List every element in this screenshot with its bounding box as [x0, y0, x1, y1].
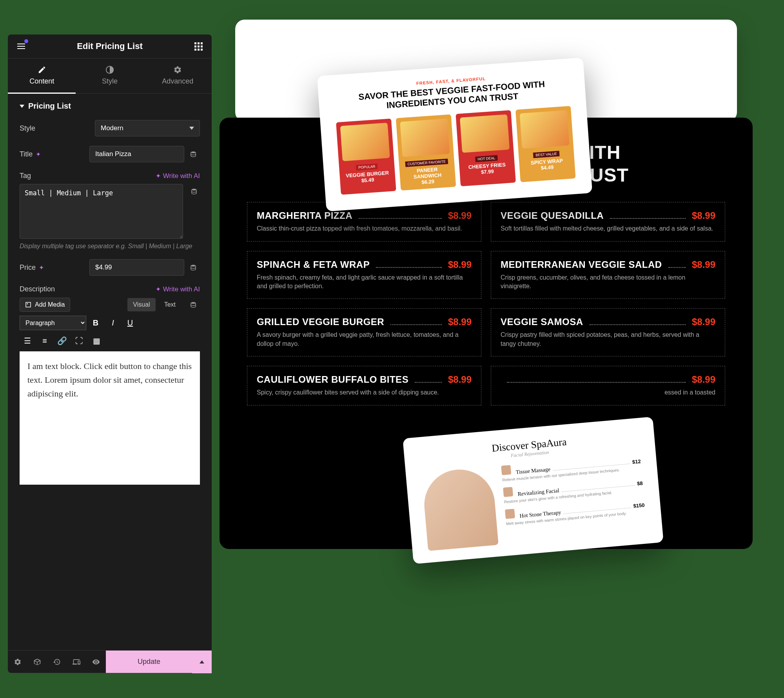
menu-item: SPINACH & FETA WRAP$8.99Fresh spinach, c… — [247, 251, 481, 299]
tab-style[interactable]: Style — [76, 58, 143, 93]
write-with-ai-link[interactable]: ✦Write with AI — [156, 285, 200, 293]
responsive-icon[interactable] — [67, 651, 86, 673]
title-input[interactable] — [89, 146, 184, 162]
write-with-ai-link[interactable]: ✦Write with AI — [156, 172, 200, 180]
update-options-button[interactable] — [192, 651, 212, 673]
price-label: Price✦ — [20, 264, 85, 272]
dynamic-tags-icon[interactable] — [187, 147, 200, 162]
svg-point-3 — [191, 265, 196, 267]
menu-item-desc: Classic thin-crust pizza topped with fre… — [257, 224, 472, 233]
italic-button[interactable]: I — [105, 315, 121, 330]
price-input[interactable] — [89, 259, 184, 276]
menu-item: $8.99essed in a toasted — [491, 366, 725, 405]
history-icon[interactable] — [47, 651, 67, 673]
menu-item: CAULIFLOWER BUFFALO BITES$8.99Spicy, cri… — [247, 366, 481, 405]
bottom-bar: Update — [8, 650, 212, 673]
spa-image — [421, 467, 499, 551]
menu-item-name: MARGHERITA PIZZA — [257, 210, 352, 221]
ai-sparkle-icon[interactable]: ✦ — [36, 151, 41, 158]
dynamic-tags-icon[interactable] — [187, 260, 200, 275]
text-tab[interactable]: Text — [159, 298, 181, 311]
ai-sparkle-icon[interactable]: ✦ — [39, 264, 44, 271]
food-item: HOT DEALCHEESY FRIES$7.99 — [456, 110, 516, 186]
style-label: Style — [20, 124, 90, 133]
panel-title: Edit Pricing List — [77, 41, 142, 51]
bullet-list-button[interactable]: ☰ — [20, 333, 35, 348]
dynamic-tags-icon[interactable] — [188, 184, 200, 199]
contrast-icon — [105, 65, 114, 74]
food-item: CUSTOMER FAVORITEPANEER SANDWICH$6.29 — [396, 114, 456, 190]
bold-button[interactable]: B — [88, 315, 103, 330]
food-item: POPULARVEGGIE BURGER$5.49 — [336, 118, 396, 194]
visual-tab[interactable]: Visual — [127, 298, 155, 311]
settings-icon[interactable] — [8, 651, 27, 673]
editor-tabs: Content Style Advanced — [8, 58, 212, 94]
underline-button[interactable]: U — [122, 315, 138, 330]
numbered-list-button[interactable]: ≡ — [37, 333, 53, 348]
menu-item: VEGGIE SAMOSA$8.99Crispy pastry filled w… — [491, 308, 725, 356]
menu-item: MEDITERRANEAN VEGGIE SALAD$8.99Crisp gre… — [491, 251, 725, 299]
navigator-icon[interactable] — [27, 651, 47, 673]
spa-preview-card: Discover SpaAura Facial Rejuvenation Tis… — [403, 417, 664, 564]
fullscreen-button[interactable]: ⛶ — [71, 333, 87, 348]
menu-item-price: $8.99 — [448, 210, 472, 221]
menu-item: GRILLED VEGGIE BURGER$8.99A savory burge… — [247, 308, 481, 356]
food-item: BEST VALUESPICY WRAP$4.49 — [515, 106, 576, 182]
section-header[interactable]: Pricing List — [20, 102, 200, 111]
menu-item: VEGGIE QUESADILLA$8.99Soft tortillas fil… — [491, 202, 725, 241]
add-media-button[interactable]: Add Media — [20, 298, 70, 312]
editor-panel: Edit Pricing List Content Style Advanced… — [8, 35, 212, 673]
svg-point-5 — [191, 302, 196, 304]
svg-point-1 — [191, 151, 196, 153]
svg-point-4 — [27, 303, 28, 304]
title-label: Title✦ — [20, 150, 85, 158]
food-preview-card: FRESH, FAST, & FLAVORFUL SAVOR THE BEST … — [317, 58, 592, 211]
update-button[interactable]: Update — [106, 651, 192, 673]
pencil-icon — [38, 65, 46, 74]
svg-point-2 — [192, 189, 196, 191]
media-icon — [25, 301, 32, 308]
style-select[interactable]: Modern — [95, 120, 200, 136]
richtext-editor[interactable]: I am text block. Click edit button to ch… — [20, 351, 200, 485]
gear-icon — [173, 65, 182, 74]
tab-advanced[interactable]: Advanced — [144, 58, 212, 93]
tag-label: Tag — [20, 172, 90, 180]
tag-hint: Display multiple tag use separator e.g. … — [20, 243, 200, 250]
tag-textarea[interactable]: Small | Medium | Large — [20, 184, 183, 239]
chevron-down-icon — [20, 105, 24, 108]
menu-icon[interactable] — [16, 41, 27, 52]
link-button[interactable]: 🔗 — [54, 333, 70, 348]
toolbar-toggle-button[interactable]: ▦ — [89, 333, 104, 348]
apps-icon[interactable] — [193, 41, 204, 52]
dynamic-tags-icon[interactable] — [187, 297, 200, 312]
tab-content[interactable]: Content — [8, 58, 76, 94]
menu-grid: MARGHERITA PIZZA$8.99Classic thin-crust … — [247, 202, 725, 405]
paragraph-select[interactable]: Paragraph — [20, 316, 86, 330]
preview-icon[interactable] — [86, 651, 106, 673]
description-label: Description — [20, 285, 90, 293]
